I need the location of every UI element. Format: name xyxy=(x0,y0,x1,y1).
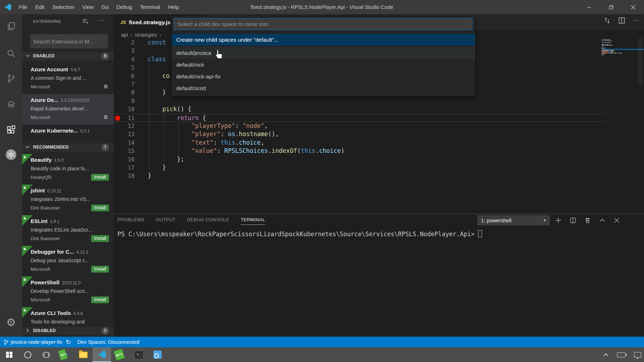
start-icon[interactable] xyxy=(0,347,19,362)
cortana-icon[interactable] xyxy=(19,347,37,362)
sync-status[interactable]: ↻ xyxy=(66,338,71,346)
line-number[interactable]: 4 xyxy=(114,55,135,63)
extensions-icon[interactable] xyxy=(0,122,22,138)
split-editor-icon[interactable] xyxy=(618,17,625,24)
section-header-recommended[interactable]: RECOMMENDED7 xyxy=(22,143,114,152)
panel-tab-terminal[interactable]: TERMINAL xyxy=(241,217,265,225)
more-actions-icon[interactable]: ··· xyxy=(98,17,105,24)
panel-tab-debug-console[interactable]: DEBUG CONSOLE xyxy=(187,217,229,225)
explorer-icon[interactable] xyxy=(0,19,22,34)
line-number[interactable]: 9 xyxy=(114,97,135,105)
terminal-select[interactable]: 1: powershell ▼ xyxy=(477,215,550,226)
edge-dev-icon[interactable]: eDEV xyxy=(56,347,74,362)
network-icon[interactable] xyxy=(634,352,641,357)
menu-terminal[interactable]: Terminal xyxy=(136,0,164,14)
split-terminal-icon[interactable] xyxy=(570,217,576,223)
line-number[interactable]: 8 xyxy=(114,88,135,97)
extension-publisher: Dirk Baeumer xyxy=(31,205,60,211)
manage-gear-icon[interactable]: ⚙ xyxy=(104,114,108,120)
menu-help[interactable]: Help xyxy=(164,0,183,14)
line-number[interactable]: 18 xyxy=(114,172,135,180)
menu-file[interactable]: File xyxy=(15,0,31,14)
menu-selection[interactable]: Selection xyxy=(48,0,78,14)
extension-description: Beautify code in place fo... xyxy=(31,166,89,171)
breadcrumb-item-strategies[interactable]: strategies xyxy=(135,32,157,38)
open-changes-icon[interactable] xyxy=(604,17,611,24)
more-actions-icon[interactable]: ··· xyxy=(633,17,639,24)
extension-item-azure-de-[interactable]: Azure De...2.0.220191025Rapid Kubernetes… xyxy=(22,94,114,125)
clear-filter-icon[interactable] xyxy=(82,19,88,24)
install-button[interactable]: Install xyxy=(91,174,109,181)
quick-pick-item-default-scott[interactable]: default/scott xyxy=(172,82,475,94)
close-icon[interactable] xyxy=(622,0,644,14)
js-file-icon: JS xyxy=(120,20,126,25)
section-header-disabled[interactable]: DISABLED0 xyxy=(22,327,114,335)
manage-gear-icon[interactable]: ⚙ xyxy=(104,83,108,90)
file-explorer-icon[interactable] xyxy=(74,347,93,362)
extension-item-powershell[interactable]: ★PowerShell2019.11.0Develop PowerShell s… xyxy=(22,276,114,307)
battery-icon[interactable] xyxy=(617,352,625,357)
quick-pick-item-default-nick[interactable]: default/nick xyxy=(172,59,475,71)
editor-scrollbar[interactable] xyxy=(638,38,643,85)
dev-spaces-status[interactable]: Dev Spaces: Disconnected xyxy=(77,339,139,345)
git-branch-status[interactable]: jessica-node-player-fix xyxy=(4,339,62,345)
console-icon[interactable]: >_ xyxy=(130,347,148,362)
line-number[interactable]: 10 xyxy=(114,105,135,113)
line-number[interactable]: 13 xyxy=(114,130,135,138)
line-number[interactable]: 3 xyxy=(114,47,135,55)
breadcrumb[interactable]: api›strategies› xyxy=(121,31,164,39)
breadcrumb-item-api[interactable]: api xyxy=(121,32,128,38)
minimap[interactable] xyxy=(602,39,637,96)
section-label: DISABLED xyxy=(33,328,56,333)
extension-item-azure-kubernete-[interactable]: Azure Kubernete...0.0.1 xyxy=(22,125,114,140)
install-button[interactable]: Install xyxy=(91,266,109,273)
quick-pick-item-create-new-child-spaces-under-default-[interactable]: Create new child spaces under "default".… xyxy=(172,34,475,46)
new-terminal-icon[interactable] xyxy=(555,217,561,223)
line-number[interactable]: 14 xyxy=(114,139,135,147)
install-button[interactable]: Install xyxy=(91,296,109,303)
install-button[interactable]: Install xyxy=(91,235,109,242)
kill-terminal-icon[interactable] xyxy=(585,217,591,223)
minimize-icon[interactable] xyxy=(578,0,600,14)
menu-debug[interactable]: Debug xyxy=(112,0,136,14)
panel-tab-problems[interactable]: PROBLEMS xyxy=(117,217,144,225)
menu-go[interactable]: Go xyxy=(98,0,112,14)
line-number[interactable]: 11 xyxy=(114,114,135,122)
edge-beta-icon[interactable]: eBETA xyxy=(111,347,130,362)
kubernetes-icon[interactable] xyxy=(0,147,22,162)
maximize-panel-icon[interactable] xyxy=(599,217,605,223)
search-icon[interactable] xyxy=(0,46,22,61)
vscode-icon[interactable] xyxy=(93,347,111,362)
section-header-enabled[interactable]: ENABLED6 xyxy=(22,52,114,61)
extension-item-debugger-for-c-[interactable]: ★Debugger for C...4.12.1Debug your JavaS… xyxy=(22,246,114,276)
extension-item-eslint[interactable]: ★ESLint1.9.1Integrates ESLint JavaScr...… xyxy=(22,215,114,246)
search-extensions-input[interactable] xyxy=(30,34,108,48)
line-number[interactable]: 7 xyxy=(114,80,135,88)
line-number[interactable]: 17 xyxy=(114,164,135,172)
line-number[interactable]: 15 xyxy=(114,147,135,155)
tray-chevron-icon[interactable] xyxy=(603,353,608,357)
quick-input-box[interactable] xyxy=(174,18,472,30)
extension-item-beautify[interactable]: ★Beautify1.5.0Beautify code in place fo.… xyxy=(22,154,114,185)
install-button[interactable]: Install xyxy=(91,205,109,211)
quick-pick-item-default-nick-api-fix[interactable]: default/nick-api-fix xyxy=(172,71,475,82)
menu-edit[interactable]: Edit xyxy=(31,0,48,14)
line-number[interactable]: 16 xyxy=(114,155,135,164)
source-control-icon[interactable] xyxy=(0,71,22,86)
panel-tab-output[interactable]: OUTPUT xyxy=(156,217,176,225)
settings-gear-icon[interactable]: ⚙ xyxy=(0,314,22,330)
line-number[interactable]: 6 xyxy=(114,72,135,80)
debug-icon[interactable] xyxy=(0,96,22,112)
terminal-content[interactable]: PS C:\Users\msspeaker\RockPaperScissorsL… xyxy=(117,230,482,238)
menu-view[interactable]: View xyxy=(78,0,98,14)
extension-item-azure-account[interactable]: Azure Account0.8.7A common Sign-In and .… xyxy=(22,63,114,94)
line-number[interactable]: 2 xyxy=(114,38,135,47)
quick-pick-item-default-jessica[interactable]: default/jessica xyxy=(172,47,475,59)
close-panel-icon[interactable] xyxy=(614,217,620,223)
snip-icon[interactable] xyxy=(148,347,167,362)
restore-icon[interactable] xyxy=(600,0,622,14)
extension-item-jshint[interactable]: ★jshint0.10.21Integrates JSHint into VS.… xyxy=(22,185,114,215)
task-view-icon[interactable] xyxy=(37,347,56,362)
line-number[interactable]: 5 xyxy=(114,63,135,72)
line-number[interactable]: 12 xyxy=(114,122,135,130)
